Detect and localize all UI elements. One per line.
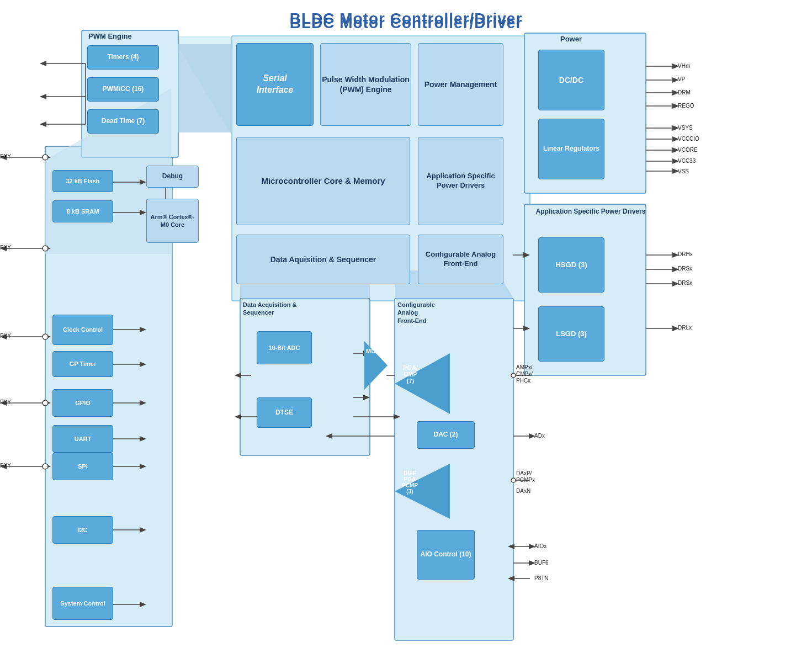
svg-marker-59 [40,121,46,127]
svg-marker-32 [140,210,146,215]
svg-marker-110 [363,395,370,400]
svg-marker-95 [326,433,332,439]
svg-marker-20 [44,334,51,339]
svg-marker-35 [140,327,146,332]
power-mgmt-block: Power Management [418,43,503,126]
signal-pxy1: PXY [0,153,11,160]
adc-block: 10-Bit ADC [257,331,312,364]
signal-drm: DRM [678,89,691,95]
signal-vcc33: VCC33 [678,158,696,164]
aio-control-block: AIO Control (10) [417,530,475,580]
signal-vcore: VCORE [678,147,698,153]
gp-timer-block: GP Timer [52,351,113,377]
svg-marker-115 [235,414,241,420]
svg-point-99 [511,478,516,482]
svg-marker-57 [40,94,46,99]
svg-marker-45 [140,464,146,469]
signal-pcmpx: PCMPx [516,477,535,483]
app-specific-top-block: Application Specific Power Drivers [418,137,503,225]
signal-drsx: DRSx [678,266,692,272]
gpio-block: GPIO [52,389,113,417]
signal-phcx: PHCx [516,378,530,384]
svg-marker-102 [508,544,514,549]
conf-analog-bottom-label: ConfigurableAnalogFront-End [397,301,435,325]
uart-block: UART [52,425,113,453]
app-specific-right-label: Application Specific Power Drivers [533,207,649,216]
lsgd-block: LSGD (3) [538,306,604,362]
signal-ampx: AMPx/ [516,364,532,370]
data-acq-top-block: Data Aquisition & Sequencer [236,235,410,284]
clock-control-block: Clock Control [52,315,113,345]
signal-adx: ADx [534,433,545,439]
signal-pxy3: PXY [0,333,11,339]
pga-cmp-label: PGA/CMP(7) [403,364,418,384]
diagram-container: BLDC Motor Controller/Driver [0,0,812,653]
i2c-block: I2C [52,516,113,544]
svg-marker-91 [523,326,530,331]
diff-pga-label: DIFFPGAPCMP(3) [402,470,418,495]
signal-vhm: VHm [678,63,690,69]
timers-block: Timers (4) [87,45,159,70]
signal-vp: VP [678,76,685,82]
pwmcc-block: PWM/CC (16) [87,77,159,102]
system-control-block: System Control [52,587,113,620]
svg-marker-26 [44,464,51,469]
svg-point-122 [43,464,48,469]
serial-interface-block: SerialInterface [236,43,314,126]
svg-point-119 [43,246,48,251]
conf-analog-top-block: Configurable Analog Front-End [418,235,503,284]
signal-vss: VSS [678,168,689,174]
svg-marker-55 [40,61,46,66]
signal-drhx: DRHx [678,251,693,257]
signal-vsys: VSYS [678,125,693,131]
signal-buf6: BUF6 [534,560,549,566]
power-label: Power [560,35,582,43]
micro-core-block: Microcontroller Core & Memory [236,137,410,225]
signal-p8tn: P8TN [534,575,549,581]
svg-marker-51 [140,602,146,607]
pwm-engine-label: PWM Engine [88,32,132,40]
svg-marker-48 [140,527,146,533]
svg-marker-17 [44,246,51,251]
svg-marker-117 [394,414,400,420]
signal-daxp: DAxP/ [516,470,532,476]
arm-core-block: Arm® Cortex®-M0 Core [146,199,199,243]
svg-point-118 [43,155,48,160]
svg-marker-113 [235,373,241,378]
svg-marker-23 [44,400,51,406]
signal-drlx: DRLx [678,325,692,331]
svg-marker-14 [44,155,51,160]
flash-block: 32 kB Flash [52,170,113,192]
svg-marker-39 [140,400,146,406]
dcdc-block: DC/DC [538,50,604,110]
dtse-block: DTSE [257,397,312,428]
svg-marker-42 [140,436,146,442]
signal-pxy4: PXY [0,399,11,405]
debug-block: Debug [146,166,199,188]
spi-block: SPI [52,453,113,480]
svg-marker-89 [523,252,530,258]
svg-point-120 [43,334,48,339]
mux-label: MUX [366,348,379,354]
dead-time-block: Dead Time (7) [87,109,159,134]
svg-rect-7 [240,298,370,455]
svg-marker-106 [508,576,514,581]
signal-daxn: DAxN [516,488,530,494]
signal-pxy5: PXY [0,463,11,469]
signal-rego: REGO [678,103,694,109]
svg-point-121 [43,400,48,406]
signal-drsx2: DRSx [678,280,692,286]
linear-reg-block: Linear Regulators [538,119,604,179]
dac-block: DAC (2) [417,421,475,449]
svg-marker-12 [178,44,232,132]
sram-block: 8 kB SRAM [52,200,113,222]
svg-point-93 [511,373,516,378]
signal-aiox: AIOx [534,543,546,549]
signal-vcccio: VCCCIO [678,136,699,142]
signal-pxy2: PXY [0,245,11,251]
signal-cmpx: CMPx/ [516,371,533,377]
data-acq-bottom-label: Data Acquisition &Sequencer [243,301,296,317]
pwm-block: Pulse Width Modulation (PWM) Engine [320,43,411,126]
svg-marker-37 [140,362,146,367]
hsgd-block: HSGD (3) [538,237,604,293]
